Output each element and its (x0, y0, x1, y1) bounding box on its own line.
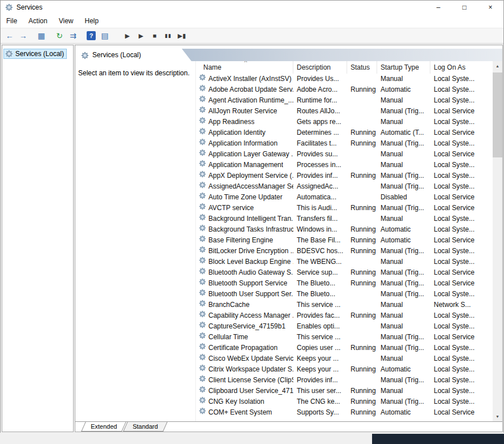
table-row[interactable]: App Readiness Gets apps re... Manual Loc… (196, 117, 493, 127)
export-list-icon[interactable]: ⇉ (66, 29, 80, 42)
service-name-cell[interactable]: Capability Access Manager ... (196, 310, 293, 321)
help-icon[interactable]: ? (84, 29, 98, 42)
service-name-text: Agent Activation Runtime_... (208, 95, 293, 106)
table-row[interactable]: AllJoyn Router Service Routes AllJo... M… (196, 106, 493, 117)
table-row[interactable]: AVCTP service This is Audi... Running Ma… (196, 203, 493, 214)
table-row[interactable]: Certificate Propagation Copies user ... … (196, 343, 493, 353)
table-row[interactable]: CNG Key Isolation The CNG ke... Running … (196, 396, 493, 407)
table-row[interactable]: Application Layer Gateway ... Provides s… (196, 149, 493, 160)
table-row[interactable]: Bluetooth Audio Gateway S... Service sup… (196, 267, 493, 278)
table-row[interactable]: Background Intelligent Tran... Transfers… (196, 214, 493, 224)
refresh-icon[interactable]: ↻ (53, 29, 66, 42)
table-row[interactable]: Clipboard User Service_4715... This user… (196, 386, 493, 396)
service-name-cell[interactable]: Background Tasks Infrastruc... (196, 224, 293, 235)
scrollbar-thumb[interactable] (493, 72, 502, 157)
service-name-cell[interactable]: AssignedAccessManager Se... (196, 181, 293, 192)
table-row[interactable]: Adobe Acrobat Update Serv... Adobe Acro.… (196, 84, 493, 95)
service-name-cell[interactable]: Cisco WebEx Update Service (196, 353, 293, 364)
table-row[interactable]: Client License Service (ClipS... Provide… (196, 375, 493, 386)
table-row[interactable]: Application Information Facilitates t...… (196, 138, 493, 149)
column-header-startup-type[interactable]: Startup Type (377, 61, 430, 74)
show-console-tree-icon[interactable]: ▦ (35, 29, 48, 42)
service-name-cell[interactable]: Citrix Workspace Updater S... (196, 364, 293, 375)
table-row[interactable]: COM+ Event System Supports Sy... Running… (196, 407, 493, 418)
menu-help[interactable]: Help (79, 14, 105, 28)
menu-file[interactable]: File (1, 14, 23, 28)
service-name-cell[interactable]: AVCTP service (196, 203, 293, 214)
service-name-cell[interactable]: Cellular Time (196, 332, 293, 343)
service-name-cell[interactable]: AllJoyn Router Service (196, 106, 293, 117)
stop-service-icon[interactable]: ■ (148, 29, 161, 42)
service-name-cell[interactable]: Client License Service (ClipS... (196, 375, 293, 386)
service-gear-icon (199, 160, 206, 167)
tab-extended[interactable]: Extended (81, 422, 126, 432)
column-header-log-on-as[interactable]: Log On As (430, 61, 493, 74)
service-name-cell[interactable]: Application Identity (196, 127, 293, 138)
scroll-up-icon[interactable]: ▲ (493, 61, 502, 71)
service-name-cell[interactable]: Bluetooth Audio Gateway S... (196, 267, 293, 278)
table-row[interactable]: CaptureService_47159b1 Enables opti... M… (196, 321, 493, 332)
play-icon[interactable]: ▶ (121, 29, 134, 42)
service-name-cell[interactable]: Clipboard User Service_4715... (196, 386, 293, 396)
service-name-cell[interactable]: BitLocker Drive Encryption ... (196, 246, 293, 257)
restart-service-icon[interactable]: ▶▮ (175, 29, 189, 42)
forward-icon[interactable]: → (16, 29, 30, 42)
scroll-down-icon[interactable]: ▼ (493, 412, 502, 421)
titlebar: Services – □ × (1, 1, 503, 14)
service-name-cell[interactable]: Agent Activation Runtime_... (196, 95, 293, 106)
column-header-name[interactable]: ^ Name (196, 61, 293, 74)
service-name-cell[interactable]: Application Layer Gateway ... (196, 149, 293, 160)
table-row[interactable]: AssignedAccessManager Se... AssignedAc..… (196, 181, 493, 192)
service-name-cell[interactable]: Bluetooth User Support Ser... (196, 289, 293, 300)
service-name-cell[interactable]: Adobe Acrobat Update Serv... (196, 84, 293, 95)
menu-view[interactable]: View (53, 14, 79, 28)
service-name-cell[interactable]: Base Filtering Engine (196, 235, 293, 246)
service-name-cell[interactable]: Application Management (196, 160, 293, 170)
service-name-cell[interactable]: Bluetooth Support Service (196, 278, 293, 289)
table-row[interactable]: AppX Deployment Service (... Provides in… (196, 170, 493, 181)
table-row[interactable]: Citrix Workspace Updater S... Keeps your… (196, 364, 493, 375)
service-name-cell[interactable]: AppX Deployment Service (... (196, 170, 293, 181)
table-row[interactable]: Background Tasks Infrastruc... Windows i… (196, 224, 493, 235)
service-name-cell[interactable]: CNG Key Isolation (196, 396, 293, 407)
table-row[interactable]: BitLocker Drive Encryption ... BDESVC ho… (196, 246, 493, 257)
table-row[interactable]: Application Management Processes in... M… (196, 160, 493, 170)
service-name-cell[interactable]: COM+ Event System (196, 407, 293, 418)
service-name-cell[interactable]: Auto Time Zone Updater (196, 192, 293, 203)
service-name-cell[interactable]: Certificate Propagation (196, 343, 293, 353)
window-chrome: Services – □ × File Action View Help ← →… (0, 0, 504, 433)
tree-item-services-local[interactable]: Services (Local) (3, 49, 67, 59)
table-row[interactable]: Application Identity Determines ... Runn… (196, 127, 493, 138)
service-name-cell[interactable]: Application Information (196, 138, 293, 149)
maximize-button[interactable]: □ (451, 1, 477, 14)
minimize-button[interactable]: – (425, 1, 451, 14)
service-name-cell[interactable]: App Readiness (196, 117, 293, 127)
tab-standard[interactable]: Standard (123, 422, 168, 432)
close-button[interactable]: × (477, 1, 503, 14)
table-row[interactable]: Cisco WebEx Update Service Keeps your ..… (196, 353, 493, 364)
column-header-status[interactable]: Status (347, 61, 377, 74)
service-name-cell[interactable]: BranchCache (196, 300, 293, 310)
vertical-scrollbar[interactable]: ▲ ▼ (493, 61, 502, 421)
service-logon-cell: Local Syste... (430, 181, 493, 192)
menu-action[interactable]: Action (23, 14, 53, 28)
table-row[interactable]: Bluetooth User Support Ser... The Blueto… (196, 289, 493, 300)
table-row[interactable]: Cellular Time This service ... Manual (T… (196, 332, 493, 343)
table-row[interactable]: Agent Activation Runtime_... Runtime for… (196, 95, 493, 106)
service-name-cell[interactable]: Block Level Backup Engine ... (196, 257, 293, 267)
table-row[interactable]: Bluetooth Support Service The Blueto... … (196, 278, 493, 289)
properties-icon[interactable]: ▤ (98, 29, 112, 42)
table-row[interactable]: BranchCache This service ... Manual Netw… (196, 300, 493, 310)
start-service-icon[interactable]: ▶ (134, 29, 148, 42)
column-header-description[interactable]: Description (293, 61, 347, 74)
table-row[interactable]: Base Filtering Engine The Base Fil... Ru… (196, 235, 493, 246)
table-row[interactable]: Auto Time Zone Updater Automatica... Dis… (196, 192, 493, 203)
service-name-cell[interactable]: Background Intelligent Tran... (196, 214, 293, 224)
service-name-cell[interactable]: ActiveX Installer (AxInstSV) (196, 74, 293, 84)
service-name-cell[interactable]: CaptureService_47159b1 (196, 321, 293, 332)
pause-service-icon[interactable]: ▮▮ (161, 29, 175, 42)
table-row[interactable]: ActiveX Installer (AxInstSV) Provides Us… (196, 74, 493, 84)
table-row[interactable]: Capability Access Manager ... Provides f… (196, 310, 493, 321)
table-row[interactable]: Block Level Backup Engine ... The WBENG.… (196, 257, 493, 267)
back-icon[interactable]: ← (3, 29, 16, 42)
